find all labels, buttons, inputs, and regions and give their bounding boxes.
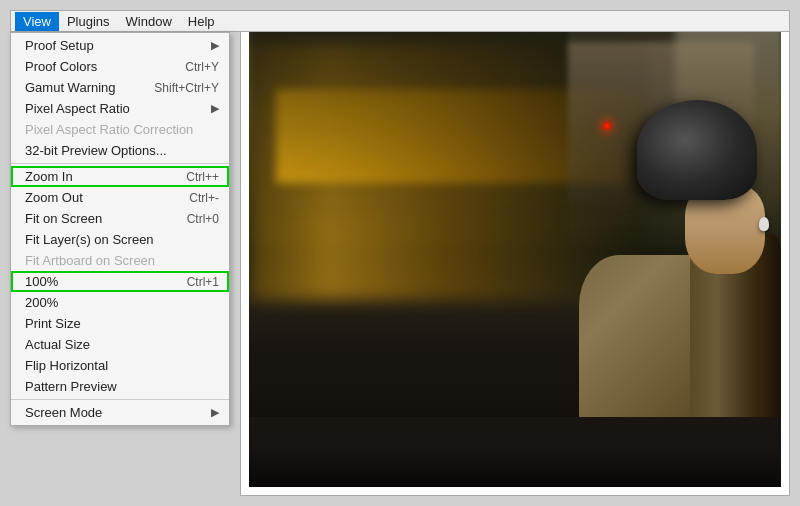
submenu-arrow: ▶: [211, 39, 219, 52]
road: [249, 417, 781, 487]
menu-item-proof-setup[interactable]: Proof Setup ▶: [11, 35, 229, 56]
menu-item-gamut-warning[interactable]: Gamut Warning Shift+Ctrl+Y: [11, 77, 229, 98]
scene-bg: [249, 19, 781, 487]
menu-item-pixel-aspect-ratio-correction: Pixel Aspect Ratio Correction: [11, 119, 229, 140]
submenu-arrow: ▶: [211, 102, 219, 115]
menu-item-pixel-aspect-ratio[interactable]: Pixel Aspect Ratio ▶: [11, 98, 229, 119]
menu-plugins[interactable]: Plugins: [59, 12, 118, 31]
menu-divider: [11, 163, 229, 164]
helmet: [637, 100, 757, 200]
menu-item-print-size[interactable]: Print Size: [11, 313, 229, 334]
menu-item-screen-mode[interactable]: Screen Mode ▶: [11, 402, 229, 423]
photo-content: [249, 19, 781, 487]
photo-canvas: [240, 10, 790, 496]
menu-divider-2: [11, 399, 229, 400]
menu-item-fit-layers[interactable]: Fit Layer(s) on Screen: [11, 229, 229, 250]
menu-bar: View Plugins Window Help: [10, 10, 790, 32]
menu-item-32bit-preview[interactable]: 32-bit Preview Options...: [11, 140, 229, 161]
menu-item-flip-horizontal[interactable]: Flip Horizontal: [11, 355, 229, 376]
earbud: [759, 217, 769, 231]
menu-window[interactable]: Window: [118, 12, 180, 31]
menu-item-proof-colors[interactable]: Proof Colors Ctrl+Y: [11, 56, 229, 77]
menu-item-zoom-in[interactable]: Zoom In Ctrl++: [11, 166, 229, 187]
menu-item-pattern-preview[interactable]: Pattern Preview: [11, 376, 229, 397]
menu-view[interactable]: View: [15, 12, 59, 31]
menu-item-fit-on-screen[interactable]: Fit on Screen Ctrl+0: [11, 208, 229, 229]
menu-help[interactable]: Help: [180, 12, 223, 31]
menu-item-actual-size[interactable]: Actual Size: [11, 334, 229, 355]
view-dropdown-menu: Proof Setup ▶ Proof Colors Ctrl+Y Gamut …: [10, 32, 230, 426]
menu-item-100pct[interactable]: 100% Ctrl+1: [11, 271, 229, 292]
menu-item-zoom-out[interactable]: Zoom Out Ctrl+-: [11, 187, 229, 208]
menu-item-fit-artboard: Fit Artboard on Screen: [11, 250, 229, 271]
submenu-arrow: ▶: [211, 406, 219, 419]
menu-item-200pct[interactable]: 200%: [11, 292, 229, 313]
